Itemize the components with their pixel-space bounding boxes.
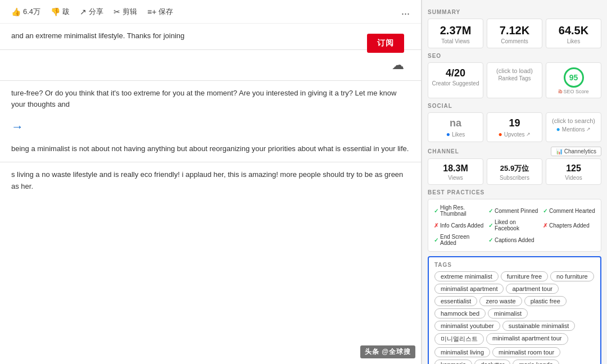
cross-icon: ✗ xyxy=(434,222,438,229)
total-views-label: Total Views xyxy=(432,38,479,44)
seo-score-card: 95 ib SEO Score xyxy=(546,62,601,98)
watermark: 头条 @全球搜 xyxy=(360,345,415,358)
tag-furniture-free[interactable]: furniture free xyxy=(501,271,548,281)
more-button[interactable]: ... xyxy=(401,6,410,17)
save-icon: ≡+ xyxy=(147,7,156,16)
check-icon: ✓ xyxy=(488,237,493,243)
twitter-value: (click to search) xyxy=(550,117,597,124)
channel-grid: 18.3M Views 25.9万位 Subscribers 125 Video… xyxy=(428,158,601,185)
stat-total-views: 2.37M Total Views xyxy=(428,19,483,48)
tag-korean[interactable]: 미니멀리스트 xyxy=(434,333,484,345)
social-facebook: na ● Likes xyxy=(428,112,483,142)
action-bar: 👍 6.4万 👎 跋 ↗ 分享 ✂ 剪辑 ≡+ 保存 ... xyxy=(0,0,421,24)
bp-comment-pinned: ✓ Comment Pinned xyxy=(488,204,541,217)
stat-comments: 7.12K Comments xyxy=(487,19,542,48)
social-twitter[interactable]: (click to search) ● Mentions ↗ xyxy=(546,112,601,142)
channelytics-button[interactable]: 📊 Channelytics xyxy=(551,147,601,156)
channel-videos-label: Videos xyxy=(550,175,597,181)
edit-button[interactable]: ✂ 剪辑 xyxy=(114,7,137,17)
edit-label: 剪辑 xyxy=(123,7,137,17)
share-icon: ↗ xyxy=(80,7,87,16)
right-panel: SUMMARY 2.37M Total Views 7.12K Comments… xyxy=(422,0,607,364)
save-label: 保存 xyxy=(158,7,173,17)
total-views-value: 2.37M xyxy=(432,24,479,37)
ranked-tags-label: Ranked Tags xyxy=(491,75,538,81)
tag-declutter[interactable]: declutter xyxy=(474,360,510,364)
tag-apartment-tour[interactable]: apartment tour xyxy=(506,284,559,294)
dislike-button[interactable]: 👎 跋 xyxy=(51,7,70,17)
cloud-icon: ☁ xyxy=(392,58,404,72)
body-text-3: s living a no waste lifestyle and is rea… xyxy=(0,166,421,196)
channel-videos-value: 125 xyxy=(550,163,597,174)
seo-ranked-tags[interactable]: (click to load) Ranked Tags xyxy=(487,62,542,98)
ranked-tags-click: (click to load) xyxy=(491,67,538,74)
channel-subs-value: 25.9万位 xyxy=(491,163,538,174)
bp-info-cards: ✗ Info Cards Added xyxy=(434,219,486,232)
channel-subs-label: Subscribers xyxy=(491,175,538,181)
like-button[interactable]: 👍 6.4万 xyxy=(11,7,40,17)
creator-suggested-label: Creator Suggested xyxy=(432,80,479,87)
seo-score-label: ib SEO Score xyxy=(550,89,597,94)
seo-title: SEO xyxy=(428,53,601,59)
arrow-area: → xyxy=(0,114,421,140)
ib-icon: ib xyxy=(558,89,562,94)
reddit-label: ● Upvotes ↗ xyxy=(491,130,538,138)
share-label: 分享 xyxy=(89,7,103,17)
bp-end-screen: ✓ End Screen Added xyxy=(434,233,486,247)
like-icon: 👍 xyxy=(11,7,21,16)
fb-label: ● Likes xyxy=(432,130,479,138)
tag-minimalist-apartment-tour[interactable]: minimalist apartment tour xyxy=(486,333,568,345)
comments-label: Comments xyxy=(491,38,538,44)
seo-creator-suggested: 4/20 Creator Suggested xyxy=(428,62,483,98)
body-text-1: ture-free? Or do you think that it's too… xyxy=(0,84,421,115)
check-icon: ✓ xyxy=(434,237,438,243)
bp-chapters: ✗ Chapters Added xyxy=(543,219,595,232)
twitter-icon: ● xyxy=(556,125,560,133)
tag-minimalist-youtuber[interactable]: minimalist youtuber xyxy=(434,321,500,331)
tag-minimalist[interactable]: minimalist xyxy=(488,308,528,319)
tag-plastic-free[interactable]: plastic free xyxy=(524,296,567,306)
tags-title: TAGS xyxy=(434,262,595,268)
channel-videos: 125 Videos xyxy=(546,158,601,185)
likes-value: 64.5K xyxy=(550,24,597,37)
check-icon: ✓ xyxy=(543,208,547,214)
social-grid: na ● Likes 19 ● Upvotes ↗ (click to sear… xyxy=(428,112,601,142)
best-practices-section: ✓ High Res. Thumbnail ✓ Comment Pinned ✓… xyxy=(428,199,601,252)
bp-captions: ✓ Captions Added xyxy=(488,233,541,247)
channel-views-value: 18.3M xyxy=(432,163,479,174)
twitter-label: ● Mentions ↗ xyxy=(550,125,597,133)
body-text-2: being a minimalist is not about not havi… xyxy=(0,140,421,158)
tag-minimalist-room-tour[interactable]: minimalist room tour xyxy=(492,347,560,357)
subscribe-button[interactable]: 订阅 xyxy=(367,34,404,53)
comments-value: 7.12K xyxy=(491,24,538,37)
tag-hammock-bed[interactable]: hammock bed xyxy=(434,308,486,319)
tag-sustainable-minimalist[interactable]: sustainable minimalist xyxy=(502,321,576,331)
reddit-value: 19 xyxy=(491,117,538,129)
dislike-icon: 👎 xyxy=(51,7,60,16)
share-button[interactable]: ↗ 分享 xyxy=(80,7,103,17)
twitter-ext-link-icon: ↗ xyxy=(586,126,591,132)
check-icon: ✓ xyxy=(488,208,493,214)
social-title: SOCIAL xyxy=(428,103,601,109)
scissors-icon: ✂ xyxy=(114,7,120,16)
tag-zero-waste[interactable]: zero waste xyxy=(479,296,522,306)
channel-title: CHANNEL xyxy=(428,148,459,154)
social-reddit: 19 ● Upvotes ↗ xyxy=(487,112,542,142)
check-icon: ✓ xyxy=(488,222,493,229)
fb-value: na xyxy=(432,117,479,129)
chart-icon: 📊 xyxy=(556,148,563,154)
tag-extreme-minimalist[interactable]: extreme minimalist xyxy=(434,271,499,281)
reddit-icon: ● xyxy=(499,130,502,138)
reddit-ext-link-icon: ↗ xyxy=(526,131,531,137)
stat-likes: 64.5K Likes xyxy=(546,19,601,48)
tag-no-furniture[interactable]: no furniture xyxy=(550,271,594,281)
save-button[interactable]: ≡+ 保存 xyxy=(147,7,173,17)
tag-konmarie[interactable]: konmarie xyxy=(434,360,472,364)
cloud-area: ☁ xyxy=(0,53,421,77)
tag-essentialist[interactable]: essentialist xyxy=(434,296,477,306)
tag-minimalist-living[interactable]: minimalist living xyxy=(434,347,490,357)
bp-high-res: ✓ High Res. Thumbnail xyxy=(434,204,486,217)
likes-label: Likes xyxy=(550,38,597,44)
tag-minimalist-apartment[interactable]: minimalist apartment xyxy=(434,284,504,294)
tag-marie-kondo[interactable]: marie kondo xyxy=(513,360,559,364)
